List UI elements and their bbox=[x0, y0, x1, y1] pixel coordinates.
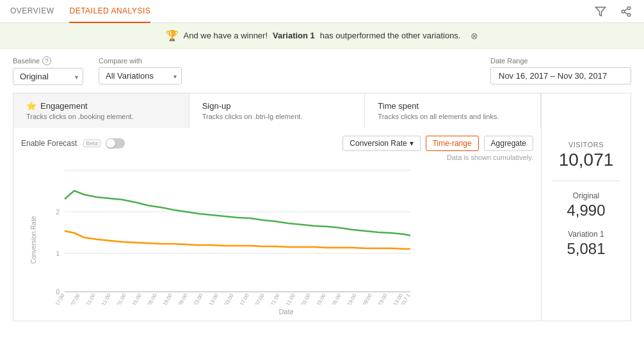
engagement-desc: Tracks clicks on .booking element. bbox=[26, 113, 176, 120]
header-tabs: OVERVIEW DETAILED ANALYSIS bbox=[0, 0, 644, 23]
baseline-control: Baseline ? Original ▾ bbox=[13, 56, 83, 85]
metric-tab-engagement[interactable]: ⭐ Engagement Tracks clicks on .booking e… bbox=[13, 93, 189, 128]
visitors-total: 10,071 bbox=[552, 150, 620, 170]
banner-close-button[interactable]: ⊗ bbox=[471, 31, 478, 41]
timespent-desc: Tracks clicks on all elements and links. bbox=[378, 113, 527, 120]
svg-line-5 bbox=[624, 8, 627, 10]
variation1-label: Variation 1 bbox=[552, 230, 620, 239]
date-range-control: Date Range bbox=[490, 57, 631, 84]
forecast-label: Enable Forecast bbox=[21, 139, 77, 148]
svg-point-3 bbox=[627, 13, 631, 17]
original-count: 4,990 bbox=[552, 202, 620, 219]
svg-point-2 bbox=[622, 10, 625, 13]
trophy-icon: 🏆 bbox=[166, 29, 179, 42]
variation1-count: 5,081 bbox=[552, 240, 620, 258]
beta-badge: Beta bbox=[83, 140, 101, 147]
timespent-title: Time spent bbox=[378, 101, 527, 111]
visitors-panel: VISITORS 10,071 Original 4,990 Variation… bbox=[541, 128, 631, 321]
original-label: Original bbox=[552, 191, 620, 200]
share-icon[interactable] bbox=[618, 4, 634, 19]
compare-label: Compare with bbox=[99, 57, 182, 65]
baseline-help-icon[interactable]: ? bbox=[42, 56, 51, 65]
svg-text:1: 1 bbox=[56, 250, 60, 257]
svg-text:16-Nov-2017 17:00: 16-Nov-2017 17:00 bbox=[39, 292, 66, 305]
svg-text:2: 2 bbox=[56, 209, 60, 216]
compare-control: Compare with All Variations ▾ bbox=[99, 57, 182, 84]
forecast-control: Enable Forecast Beta bbox=[21, 138, 125, 148]
cumulative-note: Data is shown cumulatively. bbox=[21, 154, 533, 161]
chart-visitors-area: Enable Forecast Beta Conversion Rate ▾ T… bbox=[13, 128, 631, 321]
divider-1 bbox=[552, 180, 620, 181]
aggregate-button[interactable]: Aggregate bbox=[484, 136, 533, 151]
star-icon: ⭐ bbox=[26, 101, 36, 111]
winner-banner: 🏆 And we have a winner! Variation 1 has … bbox=[0, 23, 644, 49]
date-range-label: Date Range bbox=[490, 57, 631, 65]
engagement-title: ⭐ Engagement bbox=[26, 101, 176, 111]
controls-row: Baseline ? Original ▾ Compare with All V… bbox=[0, 49, 644, 93]
chart-right-controls: Conversion Rate ▾ Time-range Aggregate bbox=[342, 136, 533, 151]
conv-rate-chevron: ▾ bbox=[410, 139, 414, 148]
time-range-button[interactable]: Time-range bbox=[426, 136, 479, 151]
metric-tab-timespent[interactable]: Time spent Tracks clicks on all elements… bbox=[365, 93, 541, 128]
banner-variation-bold: Variation 1 bbox=[273, 31, 315, 40]
signup-desc: Tracks clicks on .btn-lg element. bbox=[202, 113, 352, 120]
baseline-label: Baseline ? bbox=[13, 56, 83, 65]
filter-icon[interactable] bbox=[593, 4, 608, 19]
date-range-input[interactable] bbox=[490, 67, 631, 84]
header-icons bbox=[593, 4, 634, 19]
tab-detailed-analysis[interactable]: DETAILED ANALYSIS bbox=[69, 0, 150, 23]
banner-text-prefix: And we have a winner! bbox=[184, 31, 268, 40]
baseline-select-wrapper: Original ▾ bbox=[13, 68, 83, 85]
y-axis-label: Conversion Rate bbox=[30, 216, 37, 263]
metric-tab-signup[interactable]: Sign-up Tracks clicks on .btn-lg element… bbox=[189, 93, 366, 128]
svg-marker-0 bbox=[596, 7, 606, 16]
chart-svg: 0 1 2 16-Nov-2017 17:00 17-Nov-2017 07:0… bbox=[39, 164, 417, 305]
metric-tabs: ⭐ Engagement Tracks clicks on .booking e… bbox=[13, 93, 631, 128]
tabs-left: OVERVIEW DETAILED ANALYSIS bbox=[10, 0, 150, 23]
signup-title: Sign-up bbox=[202, 101, 352, 111]
svg-line-4 bbox=[624, 12, 627, 14]
tab-overview[interactable]: OVERVIEW bbox=[10, 0, 54, 23]
compare-select[interactable]: All Variations bbox=[99, 67, 182, 84]
toggle-knob bbox=[106, 139, 115, 148]
visitors-panel-placeholder bbox=[541, 93, 631, 128]
x-axis-label: Date bbox=[39, 308, 533, 315]
chart-controls-row: Enable Forecast Beta Conversion Rate ▾ T… bbox=[21, 136, 533, 151]
main-content: ⭐ Engagement Tracks clicks on .booking e… bbox=[0, 93, 644, 321]
forecast-toggle[interactable] bbox=[106, 138, 125, 148]
chart-main: Enable Forecast Beta Conversion Rate ▾ T… bbox=[13, 128, 541, 321]
baseline-select[interactable]: Original bbox=[13, 68, 83, 85]
chart-svg-wrapper: Conversion Rate 0 1 2 bbox=[21, 164, 533, 315]
svg-point-1 bbox=[627, 6, 631, 10]
visitors-label: VISITORS bbox=[552, 141, 620, 148]
conversion-rate-button[interactable]: Conversion Rate ▾ bbox=[342, 136, 420, 151]
compare-select-wrapper: All Variations ▾ bbox=[99, 67, 182, 84]
banner-text-suffix: has outperformed the other variations. bbox=[320, 31, 461, 40]
